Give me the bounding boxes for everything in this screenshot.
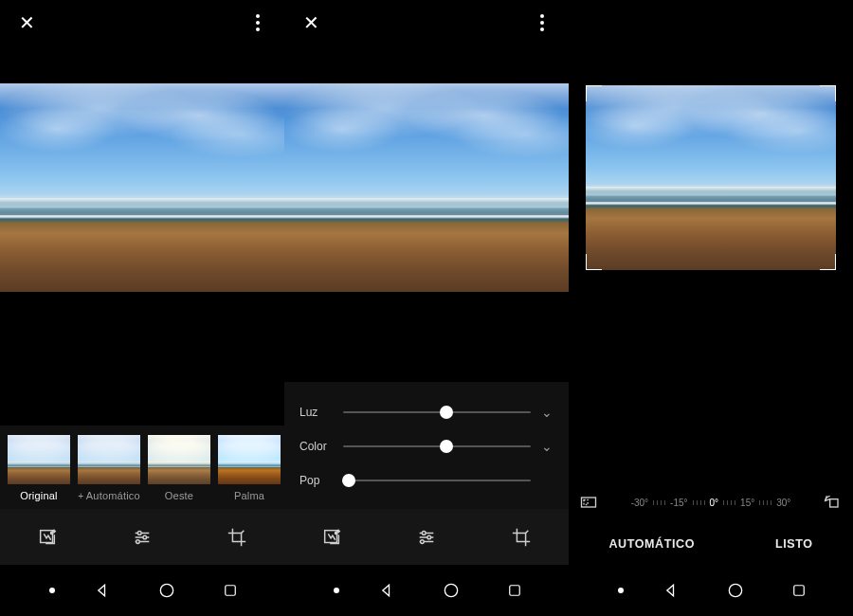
- home-icon[interactable]: [725, 580, 746, 601]
- crop-handle-br[interactable]: [820, 254, 836, 270]
- angle-tick-label: 15°: [740, 498, 754, 508]
- filter-label: + Automático: [78, 490, 140, 501]
- close-icon[interactable]: ✕: [13, 9, 40, 36]
- angle-tick-label: 30°: [776, 498, 790, 508]
- slider-track[interactable]: [343, 445, 531, 447]
- slider-label: Luz: [299, 406, 334, 419]
- slider-label: Color: [299, 440, 334, 453]
- angle-tick-label: -15°: [670, 498, 687, 508]
- more-icon[interactable]: [529, 9, 555, 36]
- filter-label: Oeste: [165, 490, 193, 501]
- svg-point-17: [729, 584, 741, 596]
- photo-preview[interactable]: [284, 83, 569, 292]
- topbar: ✕: [284, 0, 569, 45]
- home-icon[interactable]: [156, 580, 177, 601]
- slider-track[interactable]: [343, 480, 531, 481]
- aspect-ratio-icon[interactable]: [578, 492, 599, 513]
- slider-track[interactable]: [343, 411, 531, 413]
- slider-label: Pop: [299, 474, 334, 487]
- done-button[interactable]: LISTO: [775, 537, 813, 551]
- slider-pop: Pop ⌄: [299, 463, 554, 498]
- crop-tab-icon[interactable]: [508, 524, 535, 551]
- svg-point-2: [137, 531, 141, 534]
- more-icon[interactable]: [245, 9, 271, 36]
- svg-rect-13: [510, 586, 520, 596]
- angle-tick-label: -30°: [631, 498, 648, 508]
- crop-handle-bl[interactable]: [586, 254, 602, 270]
- svg-point-12: [445, 584, 457, 596]
- filter-option-auto[interactable]: + Automático: [76, 435, 142, 501]
- rotation-bar: -30° -15° 0° 15° 30°: [569, 481, 853, 523]
- close-icon[interactable]: ✕: [298, 9, 324, 36]
- svg-point-11: [421, 539, 425, 543]
- tool-tabs: [0, 509, 284, 565]
- editor-pane-filters: ✕ Original + Automático Oeste Palma: [0, 0, 284, 616]
- recents-icon[interactable]: [789, 580, 809, 601]
- svg-point-5: [160, 584, 172, 596]
- angle-current: 0°: [710, 498, 719, 508]
- nav-dot-icon: [618, 588, 624, 593]
- android-navbar: [0, 565, 284, 616]
- back-icon[interactable]: [661, 580, 681, 601]
- svg-point-10: [427, 535, 431, 539]
- filters-tab-icon[interactable]: [34, 524, 61, 551]
- svg-rect-16: [830, 499, 838, 507]
- filter-label: Original: [20, 490, 58, 501]
- svg-rect-18: [794, 586, 805, 596]
- filter-option-palma[interactable]: Palma: [216, 435, 282, 501]
- back-icon[interactable]: [376, 580, 397, 601]
- editor-pane-adjust: ✕ Luz ⌄ Color ⌄ Pop ⌄: [284, 0, 569, 616]
- filter-option-original[interactable]: Original: [6, 435, 72, 501]
- filter-strip: Original + Automático Oeste Palma: [0, 426, 284, 509]
- svg-point-8: [335, 532, 336, 534]
- angle-scale[interactable]: -30° -15° 0° 15° 30°: [599, 498, 823, 508]
- filter-label: Palma: [234, 490, 264, 501]
- svg-rect-6: [226, 586, 236, 596]
- crop-handle-tl[interactable]: [586, 85, 602, 101]
- photo-preview[interactable]: [0, 83, 284, 292]
- nav-dot-icon: [49, 588, 55, 593]
- svg-point-9: [422, 531, 426, 534]
- crop-actions: AUTOMÁTICO LISTO: [569, 523, 853, 565]
- rotate-icon[interactable]: [823, 492, 844, 513]
- recents-icon[interactable]: [220, 580, 241, 601]
- home-icon[interactable]: [441, 580, 462, 601]
- android-navbar: [284, 565, 569, 616]
- slider-color: Color ⌄: [299, 429, 554, 463]
- editor-pane-crop: -30° -15° 0° 15° 30° AUTOMÁTICO LISTO: [569, 0, 853, 616]
- auto-button[interactable]: AUTOMÁTICO: [608, 537, 695, 551]
- svg-point-4: [136, 539, 140, 543]
- svg-point-3: [143, 535, 147, 539]
- back-icon[interactable]: [92, 580, 113, 601]
- adjust-tab-icon[interactable]: [129, 524, 155, 551]
- svg-rect-15: [584, 500, 588, 505]
- recents-icon[interactable]: [504, 580, 525, 601]
- tool-tabs: [284, 509, 569, 565]
- svg-point-1: [50, 532, 52, 534]
- adjust-tab-icon[interactable]: [413, 524, 440, 551]
- slider-luz: Luz ⌄: [299, 395, 554, 429]
- android-navbar: [569, 565, 853, 616]
- filter-option-oeste[interactable]: Oeste: [146, 435, 212, 501]
- crop-tab-icon[interactable]: [224, 524, 250, 551]
- crop-area[interactable]: [586, 85, 836, 270]
- nav-dot-icon: [334, 588, 339, 593]
- crop-handle-tr[interactable]: [820, 85, 836, 101]
- topbar: ✕: [0, 0, 284, 45]
- chevron-down-icon[interactable]: ⌄: [540, 405, 554, 420]
- svg-rect-14: [582, 498, 596, 507]
- filters-tab-icon[interactable]: [318, 524, 345, 551]
- chevron-down-icon[interactable]: ⌄: [540, 439, 554, 454]
- sliders-panel: Luz ⌄ Color ⌄ Pop ⌄: [284, 382, 569, 509]
